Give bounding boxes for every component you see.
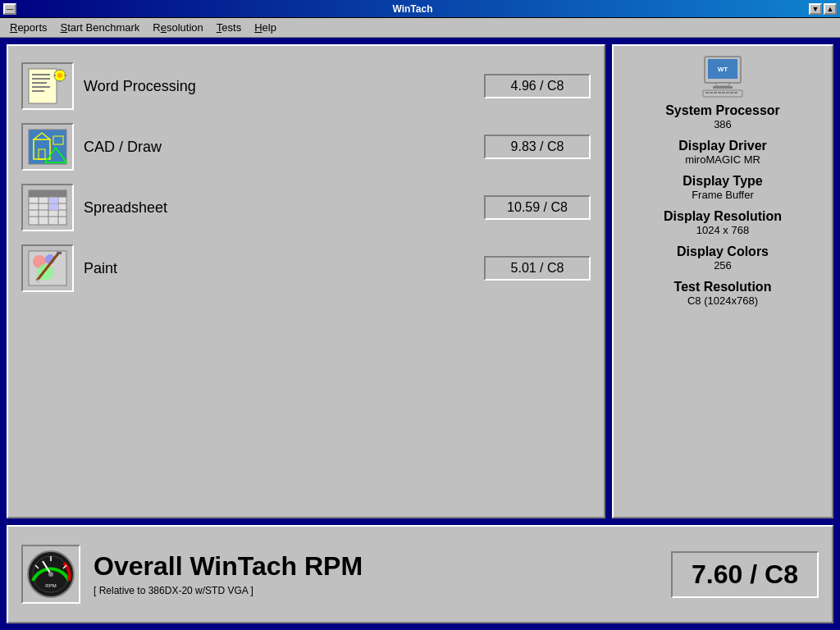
paint-label: Paint bbox=[84, 260, 474, 277]
cad-draw-label: CAD / Draw bbox=[84, 139, 474, 156]
svg-point-57 bbox=[48, 572, 53, 577]
svg-point-7 bbox=[57, 73, 62, 78]
svg-rect-48 bbox=[726, 92, 729, 94]
system-info-processor: System Processor 386 bbox=[665, 103, 780, 130]
spreadsheet-score: 10.59 / C8 bbox=[484, 195, 591, 220]
svg-rect-43 bbox=[705, 92, 709, 94]
svg-rect-44 bbox=[710, 92, 713, 94]
display-resolution-value: 840 x 630 bbox=[664, 224, 782, 236]
cad-draw-icon bbox=[21, 123, 74, 171]
system-info-display-resolution: Display Resolution 840 x 630 bbox=[664, 209, 782, 236]
display-colors-value: 256 bbox=[677, 259, 769, 272]
overall-panel: RPM Overall WinTach RPM [ Relative to 38… bbox=[7, 525, 833, 623]
svg-rect-5 bbox=[32, 90, 44, 92]
minimize-button[interactable]: ▼ bbox=[809, 3, 822, 15]
overall-text-area: Overall WinTach RPM [ Relative to 386DX-… bbox=[94, 552, 658, 596]
test-resolution-value: C8 (840x630) bbox=[674, 294, 772, 307]
test-resolution-label: Test Resolution bbox=[674, 280, 772, 294]
svg-rect-47 bbox=[722, 92, 725, 94]
benchmark-panel: Word Processing 4.96 / C8 bbox=[7, 44, 605, 518]
svg-rect-28 bbox=[49, 198, 58, 203]
processor-label: System Processor bbox=[665, 103, 780, 118]
overall-score: 7.60 / C8 bbox=[671, 551, 819, 598]
display-resolution-label: Display Resolution bbox=[664, 209, 782, 224]
system-info-panel: WT System Processo bbox=[612, 44, 833, 518]
display-type-value: Frame Buffer bbox=[682, 189, 763, 201]
table-row: Word Processing 4.96 / C8 bbox=[21, 59, 591, 113]
spreadsheet-label: Spreadsheet bbox=[84, 199, 474, 217]
paint-icon bbox=[21, 244, 74, 292]
svg-text:WT: WT bbox=[718, 66, 728, 73]
menu-start-benchmark[interactable]: Start Benchmark bbox=[54, 20, 147, 35]
title-bar-title: WinTach bbox=[16, 3, 809, 15]
system-info-display-colors: Display Colors 256 bbox=[677, 244, 769, 272]
svg-rect-2 bbox=[32, 78, 50, 80]
svg-rect-36 bbox=[57, 252, 62, 254]
svg-rect-29 bbox=[49, 204, 58, 210]
cad-draw-score: 9.83 / C8 bbox=[484, 135, 591, 159]
title-bar-left: — bbox=[3, 3, 16, 15]
svg-rect-4 bbox=[32, 86, 50, 88]
menu-help[interactable]: Help bbox=[248, 20, 283, 35]
display-driver-label: Display Driver bbox=[678, 139, 767, 153]
display-colors-label: Display Colors bbox=[677, 244, 769, 259]
overall-subtitle: [ Relative to 386DX-20 w/STD VGA ] bbox=[94, 585, 658, 596]
top-section: Word Processing 4.96 / C8 bbox=[7, 44, 833, 518]
computer-icon: WT bbox=[698, 56, 747, 97]
svg-rect-27 bbox=[29, 190, 66, 197]
menu-reports[interactable]: Reports bbox=[3, 20, 54, 35]
menu-bar: Reports Start Benchmark Resolution Tests… bbox=[0, 18, 840, 38]
processor-value: 386 bbox=[665, 118, 780, 130]
display-driver-value: miroMAGIC MR bbox=[678, 153, 767, 166]
svg-rect-40 bbox=[716, 83, 729, 86]
word-processing-icon bbox=[21, 62, 74, 110]
menu-resolution[interactable]: Resolution bbox=[146, 20, 209, 35]
spreadsheet-icon bbox=[21, 184, 74, 231]
system-info-display-driver: Display Driver miroMAGIC MR bbox=[678, 139, 767, 166]
svg-rect-46 bbox=[718, 92, 721, 94]
paint-score: 5.01 / C8 bbox=[484, 256, 591, 281]
overall-title: Overall WinTach RPM bbox=[94, 552, 658, 581]
word-processing-score: 4.96 / C8 bbox=[484, 74, 591, 98]
system-menu-button[interactable]: — bbox=[3, 3, 16, 15]
svg-rect-49 bbox=[730, 92, 733, 94]
svg-rect-1 bbox=[32, 74, 50, 75]
table-row: Spreadsheet 10.59 / C8 bbox=[21, 180, 591, 235]
svg-rect-50 bbox=[734, 92, 737, 94]
svg-rect-45 bbox=[714, 92, 717, 94]
menu-tests[interactable]: Tests bbox=[210, 20, 248, 35]
svg-rect-41 bbox=[713, 86, 733, 89]
rpm-gauge-icon: RPM bbox=[21, 545, 80, 604]
system-info-test-resolution: Test Resolution C8 (840x630) bbox=[674, 280, 772, 307]
display-type-label: Display Type bbox=[682, 174, 763, 189]
table-row: CAD / Draw 9.83 / C8 bbox=[21, 120, 591, 174]
title-bar: — WinTach ▼ ▲ bbox=[0, 0, 840, 18]
svg-text:RPM: RPM bbox=[45, 583, 56, 588]
system-info-display-type: Display Type Frame Buffer bbox=[682, 174, 763, 201]
svg-rect-3 bbox=[32, 82, 47, 84]
word-processing-label: Word Processing bbox=[84, 78, 474, 95]
title-bar-controls: ▼ ▲ bbox=[809, 3, 837, 15]
maximize-button[interactable]: ▲ bbox=[824, 3, 837, 15]
table-row: Paint 5.01 / C8 bbox=[21, 241, 591, 295]
main-content: Word Processing 4.96 / C8 bbox=[0, 38, 840, 630]
